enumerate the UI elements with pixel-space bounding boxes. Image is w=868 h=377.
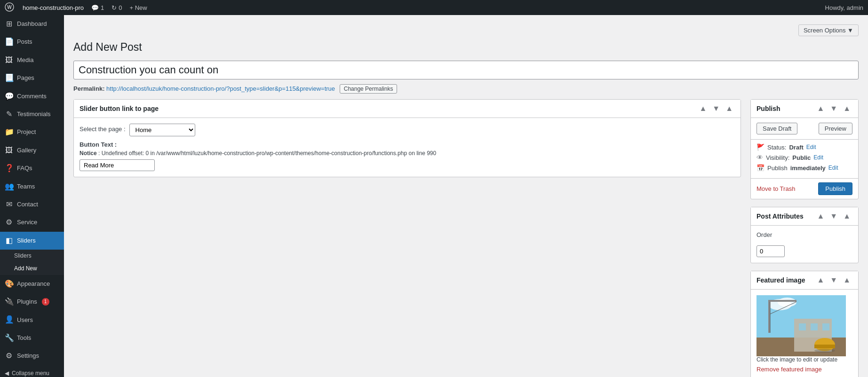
- sidebar-item-teams[interactable]: 👥Teams: [0, 178, 64, 196]
- publish-button[interactable]: Publish: [818, 182, 852, 195]
- preview-button[interactable]: Preview: [819, 123, 852, 134]
- slider-metabox-title: Slider button link to page: [80, 105, 159, 112]
- publish-metabox: Publish ▲ ▼ ▲ Save Draft Preview 🚩 Statu…: [750, 99, 859, 199]
- status-edit-link[interactable]: Edit: [806, 144, 816, 150]
- sidebar-item-posts[interactable]: 📄Posts: [0, 33, 64, 51]
- gallery-icon: 🖼: [5, 145, 13, 156]
- visibility-row: 👁 Visibility: Public Edit: [757, 154, 852, 161]
- sidebar-item-testimonials[interactable]: ✎Testimonials: [0, 105, 64, 123]
- sidebar-item-faqs[interactable]: ❓FAQs: [0, 159, 64, 177]
- featured-image-caption: Click the image to edit or update: [757, 356, 852, 363]
- publish-metabox-controls: ▲ ▼ ▲: [815, 103, 852, 114]
- admin-sidebar: ⊞Dashboard 📄Posts 🖼Media 📃Pages 💬Comment…: [0, 15, 64, 377]
- slider-metabox-header: Slider button link to page ▲ ▼ ▲: [74, 100, 741, 118]
- sidebar-item-appearance[interactable]: 🎨Appearance: [0, 275, 64, 293]
- contact-icon: ✉: [5, 199, 13, 210]
- publish-time-value: immediately: [790, 165, 826, 172]
- submenu-item-add-new[interactable]: Add New: [0, 262, 64, 275]
- sidebar-item-contact[interactable]: ✉Contact: [0, 196, 64, 213]
- featured-image-close-button[interactable]: ▲: [841, 275, 852, 285]
- sidebar-item-users[interactable]: 👤Users: [0, 311, 64, 329]
- project-icon: 📁: [5, 127, 13, 137]
- settings-icon: ⚙: [5, 351, 13, 361]
- wp-logo[interactable]: W: [5, 2, 16, 13]
- comments-link[interactable]: 💬 1: [88, 4, 108, 11]
- site-name[interactable]: home-construction-pro: [19, 4, 88, 11]
- sidebar-item-settings[interactable]: ⚙Settings: [0, 347, 64, 365]
- publish-collapse-button[interactable]: ▲: [815, 103, 826, 114]
- teams-icon: 👥: [5, 181, 13, 192]
- post-attributes-metabox: Post Attributes ▲ ▼ ▲ Order: [750, 207, 859, 263]
- testimonials-icon: ✎: [5, 109, 13, 119]
- tools-icon: 🔧: [5, 333, 13, 343]
- select-page-row: Select the page : Home About Services Co…: [80, 124, 735, 136]
- sidebar-item-tools[interactable]: 🔧Tools: [0, 329, 64, 347]
- collapse-menu-button[interactable]: ◀ Collapse menu: [0, 365, 64, 377]
- post-attributes-expand-button[interactable]: ▼: [828, 211, 839, 221]
- post-title-input[interactable]: [73, 61, 859, 79]
- sidebar-item-media[interactable]: 🖼Media: [0, 51, 64, 69]
- publish-expand-button[interactable]: ▼: [828, 103, 839, 114]
- screen-options-button[interactable]: Screen Options ▼: [798, 24, 859, 36]
- dashboard-icon: ⊞: [5, 19, 13, 29]
- sidebar-item-sliders[interactable]: ◧Sliders Sliders Add New: [0, 232, 64, 275]
- order-label: Order: [757, 231, 772, 238]
- publish-actions-top: Save Draft Preview: [751, 118, 858, 140]
- metabox-expand-button[interactable]: ▼: [710, 103, 722, 114]
- howdy-text: Howdy, admin: [825, 4, 863, 11]
- main-content: Screen Options ▼ Add New Post Permalink:…: [64, 15, 868, 377]
- svg-rect-5: [768, 300, 770, 333]
- post-attributes-close-button[interactable]: ▲: [841, 211, 852, 221]
- plugins-badge: 1: [42, 298, 49, 306]
- save-draft-button[interactable]: Save Draft: [757, 123, 797, 134]
- sidebar-item-project[interactable]: 📁Project: [0, 123, 64, 141]
- status-label: Status:: [767, 144, 786, 151]
- submenu-item-sliders[interactable]: Sliders: [0, 250, 64, 262]
- featured-image-preview[interactable]: [757, 295, 846, 356]
- new-content-link[interactable]: + New: [126, 4, 151, 11]
- content-layout: Slider button link to page ▲ ▼ ▲ Select …: [73, 99, 859, 377]
- publish-time-edit-link[interactable]: Edit: [828, 165, 838, 171]
- sidebar-item-plugins[interactable]: 🔌Plugins1: [0, 293, 64, 311]
- posts-icon: 📄: [5, 37, 13, 47]
- post-attributes-collapse-button[interactable]: ▲: [815, 211, 826, 221]
- move-to-trash-link[interactable]: Move to Trash: [757, 185, 795, 192]
- svg-rect-15: [814, 345, 835, 348]
- permalink-label: Permalink:: [73, 85, 104, 92]
- screen-options-bar: Screen Options ▼: [73, 24, 859, 36]
- featured-image-header: Featured image ▲ ▼ ▲: [751, 271, 858, 290]
- featured-image-expand-button[interactable]: ▼: [828, 275, 839, 285]
- notice-text: Notice : Undefined offset: 0 in /var/www…: [80, 150, 735, 157]
- publish-close-button[interactable]: ▲: [841, 103, 852, 114]
- select-page-label: Select the page :: [80, 124, 126, 133]
- slider-metabox: Slider button link to page ▲ ▼ ▲ Select …: [73, 99, 741, 177]
- sidebar-item-service[interactable]: ⚙Service: [0, 213, 64, 231]
- svg-rect-12: [811, 323, 818, 330]
- button-text-label: Button Text :: [80, 141, 735, 148]
- metabox-collapse-button[interactable]: ▲: [697, 103, 709, 114]
- change-permalinks-button[interactable]: Change Permalinks: [340, 84, 398, 94]
- sidebar-item-pages[interactable]: 📃Pages: [0, 69, 64, 87]
- visibility-edit-link[interactable]: Edit: [813, 154, 823, 161]
- featured-image-collapse-button[interactable]: ▲: [815, 275, 826, 285]
- metabox-close-button[interactable]: ▲: [724, 103, 735, 114]
- visibility-label: Visibility:: [766, 154, 789, 161]
- sidebar-item-comments[interactable]: 💬Comments: [0, 87, 64, 105]
- order-input[interactable]: [757, 245, 785, 257]
- page-select[interactable]: Home About Services Contact: [129, 124, 195, 136]
- post-attributes-header: Post Attributes ▲ ▼ ▲: [751, 207, 858, 226]
- svg-rect-6: [768, 300, 796, 302]
- sidebar-item-dashboard[interactable]: ⊞Dashboard: [0, 15, 64, 33]
- main-area: Slider button link to page ▲ ▼ ▲ Select …: [73, 99, 741, 185]
- permalink-url[interactable]: http://localhost/luzuk/home-construction…: [106, 85, 335, 92]
- publish-title: Publish: [757, 105, 780, 112]
- button-text-input[interactable]: [80, 159, 155, 171]
- publish-footer: Move to Trash Publish: [751, 178, 858, 199]
- plugins-icon: 🔌: [5, 297, 13, 307]
- sidebar-item-gallery[interactable]: 🖼Gallery: [0, 141, 64, 159]
- comments-icon: 💬: [5, 91, 13, 102]
- updates-link[interactable]: ↻ 0: [108, 4, 126, 11]
- featured-image-metabox: Featured image ▲ ▼ ▲: [750, 271, 859, 377]
- collapse-arrow-icon: ◀: [5, 370, 9, 377]
- remove-featured-image-link[interactable]: Remove featured image: [757, 366, 822, 373]
